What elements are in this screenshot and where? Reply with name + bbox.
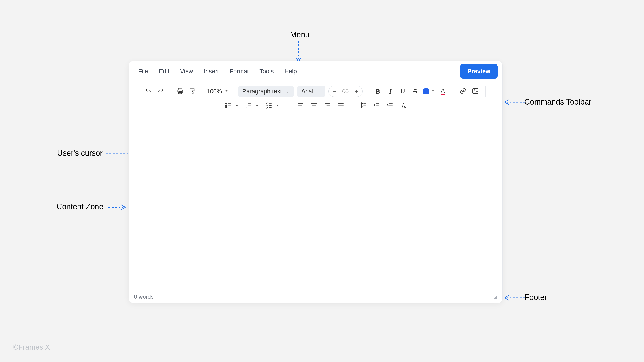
redo-icon: [157, 87, 164, 96]
redo-button[interactable]: [156, 86, 166, 96]
paragraph-style-label: Paragraph text: [242, 88, 282, 95]
indent-decrease-button[interactable]: [372, 101, 381, 110]
text-color-button[interactable]: A: [438, 86, 448, 96]
strikethrough-button[interactable]: S: [410, 86, 420, 96]
svg-rect-5: [178, 88, 182, 90]
italic-icon: I: [389, 88, 392, 95]
annotation-footer: Footer: [524, 293, 547, 302]
bulleted-list-menu-button[interactable]: [234, 101, 240, 110]
font-size-decrease-button[interactable]: [330, 87, 338, 96]
numbered-list-menu-button[interactable]: [254, 101, 260, 110]
annotation-arrow-footer: [504, 295, 525, 301]
print-button[interactable]: [176, 86, 185, 96]
svg-point-14: [474, 90, 475, 91]
commands-toolbar: 100% Paragraph text Arial 00 B I U S: [129, 82, 502, 114]
menu-file[interactable]: File: [134, 65, 153, 78]
font-family-label: Arial: [301, 88, 314, 95]
content-zone[interactable]: [129, 114, 502, 291]
zoom-select[interactable]: 100%: [206, 88, 229, 95]
undo-icon: [144, 87, 152, 96]
menu-view[interactable]: View: [175, 65, 198, 78]
svg-rect-9: [192, 92, 193, 94]
editor-window: File Edit View Insert Format Tools Help …: [129, 61, 502, 303]
color-swatch-icon: [423, 88, 429, 94]
menu-insert[interactable]: Insert: [199, 65, 224, 78]
align-left-icon: [297, 102, 304, 110]
align-justify-button[interactable]: [336, 101, 346, 110]
annotation-arrow-commands: [504, 99, 525, 105]
clear-formatting-button[interactable]: [398, 101, 408, 110]
numbered-list-button[interactable]: 123: [244, 101, 253, 110]
insert-image-button[interactable]: [471, 86, 480, 96]
svg-point-15: [226, 103, 226, 104]
annotation-arrow-content: [108, 204, 126, 210]
footer: 0 words: [129, 291, 502, 303]
align-center-icon: [310, 102, 318, 110]
text-cursor: [150, 142, 150, 149]
resize-handle[interactable]: [493, 295, 497, 299]
align-center-button[interactable]: [309, 101, 319, 110]
chevron-down-icon: [431, 89, 435, 94]
chevron-down-icon: [224, 88, 229, 95]
svg-rect-13: [473, 88, 478, 94]
svg-rect-8: [190, 88, 194, 90]
font-family-select[interactable]: Arial: [297, 86, 326, 97]
annotation-menu: Menu: [290, 30, 310, 39]
separator: [368, 86, 368, 96]
paint-roller-icon: [189, 87, 196, 96]
menubar: File Edit View Insert Format Tools Help …: [129, 61, 502, 82]
annotation-arrow-menu: [295, 41, 302, 63]
line-spacing-icon: [360, 102, 367, 110]
chevron-down-icon: [285, 89, 290, 94]
line-spacing-button[interactable]: [358, 101, 368, 110]
preview-button[interactable]: Preview: [460, 64, 498, 79]
separator: [453, 86, 453, 96]
checklist-button[interactable]: [264, 101, 274, 110]
annotation-commands-toolbar: Commands Toolbar: [524, 98, 592, 106]
indent-decrease-icon: [373, 102, 380, 110]
undo-button[interactable]: [144, 86, 153, 96]
menu-format[interactable]: Format: [225, 65, 254, 78]
menu-edit[interactable]: Edit: [154, 65, 174, 78]
bulleted-list-button[interactable]: [224, 101, 233, 110]
image-icon: [472, 87, 479, 96]
svg-text:3: 3: [245, 106, 246, 108]
indent-increase-button[interactable]: [385, 101, 395, 110]
checklist-menu-button[interactable]: [274, 101, 280, 110]
paragraph-style-select[interactable]: Paragraph text: [238, 86, 294, 97]
align-right-icon: [324, 102, 331, 110]
align-justify-icon: [337, 102, 344, 110]
svg-point-16: [226, 105, 226, 106]
font-size-value[interactable]: 00: [340, 88, 351, 95]
underline-button[interactable]: U: [398, 86, 408, 96]
font-size-increase-button[interactable]: [352, 87, 361, 96]
indent-increase-icon: [386, 102, 394, 110]
chevron-down-icon: [316, 89, 321, 94]
svg-point-17: [226, 106, 226, 108]
menu-tools[interactable]: Tools: [255, 65, 278, 78]
bulleted-list-icon: [224, 102, 232, 110]
menu-help[interactable]: Help: [280, 65, 302, 78]
underline-icon: U: [401, 88, 405, 95]
text-color-icon: A: [441, 88, 445, 94]
insert-link-button[interactable]: [458, 86, 468, 96]
link-icon: [459, 87, 466, 96]
watermark: ©Frames X: [13, 343, 50, 351]
align-right-button[interactable]: [323, 101, 332, 110]
numbered-list-icon: 123: [245, 102, 252, 110]
clear-formatting-icon: [400, 102, 407, 110]
strikethrough-icon: S: [413, 88, 417, 95]
bold-button[interactable]: B: [373, 86, 382, 96]
highlight-color-button[interactable]: [423, 88, 435, 94]
checklist-icon: [265, 102, 272, 110]
annotation-content-zone: Content Zone: [56, 202, 104, 211]
bold-icon: B: [376, 88, 380, 95]
zoom-value: 100%: [206, 88, 222, 95]
paint-format-button[interactable]: [188, 86, 198, 96]
annotation-users-cursor: User's cursor: [57, 149, 102, 158]
italic-button[interactable]: I: [386, 86, 395, 96]
font-size-stepper: 00: [328, 86, 362, 97]
print-icon: [176, 87, 184, 96]
align-left-button[interactable]: [296, 101, 306, 110]
separator: [485, 86, 486, 96]
